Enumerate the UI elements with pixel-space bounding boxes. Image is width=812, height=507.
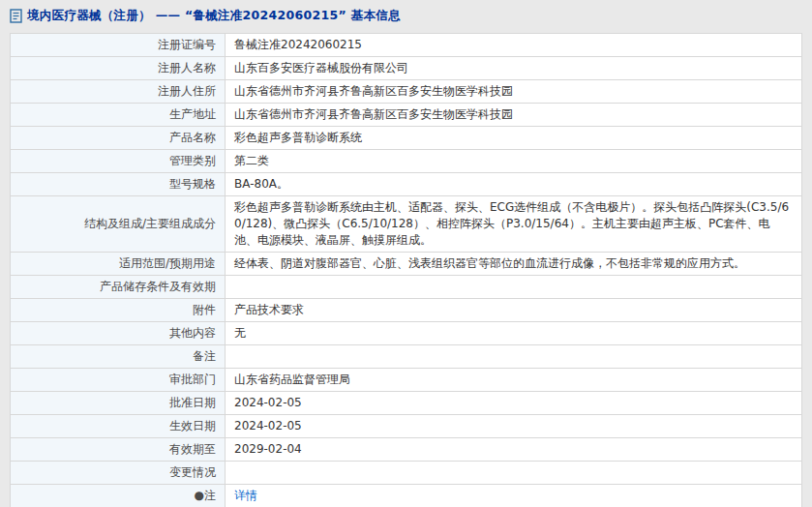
field-label: 生效日期: [11, 415, 226, 438]
field-label: 附件: [11, 299, 226, 322]
field-label: 注册人住所: [11, 80, 226, 104]
field-value: 第二类: [226, 150, 802, 173]
table-row: 审批部门山东省药品监督管理局: [11, 369, 802, 392]
field-label: 其他内容: [11, 322, 226, 345]
table-row: 其他内容无: [11, 322, 802, 345]
table-row: 备注: [11, 345, 802, 369]
field-label: 有效期至: [11, 438, 226, 462]
field-value: 2029-02-04: [226, 438, 802, 462]
document-icon: [10, 9, 22, 23]
table-row: 注册证编号鲁械注准20242060215: [11, 34, 802, 57]
field-value: 山东省德州市齐河县齐鲁高新区百多安生物医学科技园: [226, 80, 802, 104]
field-value: 鲁械注准20242060215: [226, 34, 802, 57]
field-label: 变更情况: [11, 462, 226, 485]
table-row: 产品名称彩色超声多普勒诊断系统: [11, 127, 802, 150]
field-label: 生产地址: [11, 104, 226, 127]
table-row: 型号规格BA-80A。: [11, 173, 802, 196]
table-row: ●注详情: [11, 485, 802, 507]
field-value: 山东百多安医疗器械股份有限公司: [226, 57, 802, 80]
field-label: 结构及组成/主要组成成分: [11, 196, 226, 253]
field-value: [226, 462, 802, 485]
registration-info-page: 境内医疗器械（注册） —— “鲁械注准20242060215” 基本信息 注册证…: [0, 0, 812, 507]
field-value: 彩色超声多普勒诊断系统由主机、适配器、探头、ECG选件组成（不含电极片）。探头包…: [226, 196, 802, 253]
table-row: 管理类别第二类: [11, 150, 802, 173]
field-label: 产品储存条件及有效期: [11, 276, 226, 299]
field-label: 产品名称: [11, 127, 226, 150]
table-row: 产品储存条件及有效期: [11, 276, 802, 299]
field-label: 管理类别: [11, 150, 226, 173]
field-value: 经体表、阴道对腹部器官、心脏、浅表组织器官等部位的血流进行成像，不包括非常规的应…: [226, 253, 802, 276]
field-value: 2024-02-05: [226, 392, 802, 415]
table-row: 注册人名称山东百多安医疗器械股份有限公司: [11, 57, 802, 80]
field-label: 注册人名称: [11, 57, 226, 80]
page-header: 境内医疗器械（注册） —— “鲁械注准20242060215” 基本信息: [10, 8, 802, 24]
field-label: 批准日期: [11, 392, 226, 415]
field-value: 彩色超声多普勒诊断系统: [226, 127, 802, 150]
table-row: 变更情况: [11, 462, 802, 485]
field-value: 山东省德州市齐河县齐鲁高新区百多安生物医学科技园: [226, 104, 802, 127]
field-value: [226, 276, 802, 299]
field-value: [226, 345, 802, 369]
page-title: 境内医疗器械（注册） —— “鲁械注准20242060215” 基本信息: [27, 8, 401, 24]
field-label: 备注: [11, 345, 226, 369]
table-row: 生效日期2024-02-05: [11, 415, 802, 438]
detail-link[interactable]: 详情: [234, 489, 257, 502]
field-label: 适用范围/预期用途: [11, 253, 226, 276]
field-value: 2024-02-05: [226, 415, 802, 438]
table-row: 适用范围/预期用途经体表、阴道对腹部器官、心脏、浅表组织器官等部位的血流进行成像…: [11, 253, 802, 276]
table-row: 附件产品技术要求: [11, 299, 802, 322]
field-label: 注册证编号: [11, 34, 226, 57]
field-label: 审批部门: [11, 369, 226, 392]
registration-info-table: 注册证编号鲁械注准20242060215注册人名称山东百多安医疗器械股份有限公司…: [10, 33, 802, 507]
table-row: 生产地址山东省德州市齐河县齐鲁高新区百多安生物医学科技园: [11, 104, 802, 127]
table-row: 批准日期2024-02-05: [11, 392, 802, 415]
field-label: ●注: [11, 485, 226, 507]
table-row: 有效期至2029-02-04: [11, 438, 802, 462]
field-value: 产品技术要求: [226, 299, 802, 322]
info-table-body: 注册证编号鲁械注准20242060215注册人名称山东百多安医疗器械股份有限公司…: [11, 34, 802, 507]
field-value: 详情: [226, 485, 802, 507]
field-value: 无: [226, 322, 802, 345]
field-label: 型号规格: [11, 173, 226, 196]
field-value: 山东省药品监督管理局: [226, 369, 802, 392]
table-row: 注册人住所山东省德州市齐河县齐鲁高新区百多安生物医学科技园: [11, 80, 802, 104]
table-row: 结构及组成/主要组成成分彩色超声多普勒诊断系统由主机、适配器、探头、ECG选件组…: [11, 196, 802, 253]
field-value: BA-80A。: [226, 173, 802, 196]
